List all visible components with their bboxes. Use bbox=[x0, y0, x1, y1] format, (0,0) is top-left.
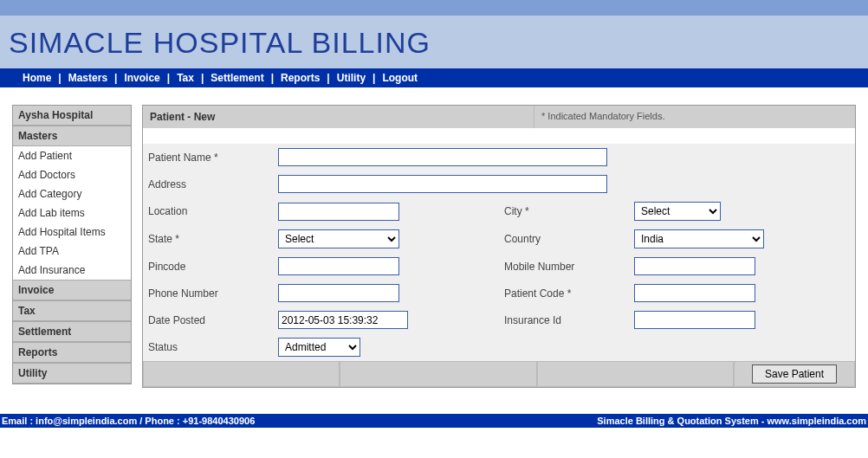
sidebar-section-invoice[interactable]: Invoice bbox=[13, 280, 131, 300]
sidebar-section-settlement[interactable]: Settlement bbox=[13, 321, 131, 342]
nav-home[interactable]: Home bbox=[17, 72, 56, 84]
patient-code-input[interactable] bbox=[634, 284, 755, 302]
label-pincode: Pincode bbox=[143, 253, 273, 280]
mandatory-note: * Indicated Mandatory Fields. bbox=[534, 106, 855, 128]
sidebar-item-add-insurance[interactable]: Add Insurance bbox=[13, 261, 131, 280]
empty-cell bbox=[629, 333, 855, 361]
spacer bbox=[143, 128, 855, 144]
nav-sep: | bbox=[371, 72, 377, 84]
main-panel: Patient - New * Indicated Mandatory Fiel… bbox=[142, 105, 856, 388]
main-nav: Home| Masters| Invoice| Tax| Settlement|… bbox=[0, 68, 868, 87]
label-patient-code: Patient Code * bbox=[499, 280, 629, 306]
empty-cell bbox=[499, 333, 629, 361]
city-select[interactable]: Select bbox=[634, 202, 721, 221]
pincode-input[interactable] bbox=[278, 257, 399, 275]
nav-sep: | bbox=[165, 72, 172, 84]
label-location: Location bbox=[143, 197, 273, 225]
nav-reports[interactable]: Reports bbox=[275, 72, 325, 84]
top-strip bbox=[0, 0, 868, 16]
sidebar-item-add-patient[interactable]: Add Patient bbox=[13, 146, 131, 165]
form-table: Patient Name * Address Location City * S… bbox=[143, 144, 855, 361]
nav-masters[interactable]: Masters bbox=[63, 72, 113, 84]
title-bar: SIMACLE HOSPITAL BILLING bbox=[0, 16, 868, 68]
date-posted-input[interactable] bbox=[278, 311, 408, 329]
panel-header: Patient - New * Indicated Mandatory Fiel… bbox=[143, 106, 855, 128]
label-status: Status bbox=[143, 333, 273, 361]
label-city: City * bbox=[499, 197, 629, 225]
insurance-id-input[interactable] bbox=[634, 311, 755, 329]
nav-utility[interactable]: Utility bbox=[332, 72, 371, 84]
label-state: State * bbox=[143, 225, 273, 253]
panel-title: Patient - New bbox=[143, 106, 534, 128]
content: Aysha Hospital Masters Add Patient Add D… bbox=[0, 87, 868, 414]
label-country: Country bbox=[499, 225, 629, 253]
patient-name-input[interactable] bbox=[278, 148, 607, 166]
nav-sep: | bbox=[325, 72, 331, 84]
nav-sep: | bbox=[113, 72, 119, 84]
location-input[interactable] bbox=[278, 203, 399, 221]
phone-input[interactable] bbox=[278, 284, 399, 302]
nav-tax[interactable]: Tax bbox=[172, 72, 199, 84]
footer-left: Email : info@simpleindia.com / Phone : +… bbox=[0, 416, 255, 426]
sidebar-item-add-doctors[interactable]: Add Doctors bbox=[13, 165, 131, 184]
address-input[interactable] bbox=[278, 175, 607, 193]
footer: Email : info@simpleindia.com / Phone : +… bbox=[0, 414, 868, 428]
button-row-cell-save: Save Patient bbox=[734, 361, 855, 387]
country-select[interactable]: India bbox=[634, 229, 764, 248]
sidebar-section-masters[interactable]: Masters bbox=[13, 126, 131, 146]
sidebar-item-add-hospital-items[interactable]: Add Hospital Items bbox=[13, 223, 131, 242]
sidebar-section-utility[interactable]: Utility bbox=[13, 363, 131, 384]
app-title: SIMACLE HOSPITAL BILLING bbox=[9, 26, 859, 60]
sidebar-item-add-lab-items[interactable]: Add Lab items bbox=[13, 203, 131, 223]
status-select[interactable]: Admitted bbox=[278, 338, 360, 357]
sidebar: Aysha Hospital Masters Add Patient Add D… bbox=[12, 105, 132, 384]
label-date-posted: Date Posted bbox=[143, 306, 273, 333]
sidebar-item-add-category[interactable]: Add Category bbox=[13, 184, 131, 203]
button-row-cell bbox=[340, 361, 536, 387]
button-row-cell bbox=[537, 361, 734, 387]
state-select[interactable]: Select bbox=[278, 229, 399, 248]
button-row: Save Patient bbox=[143, 361, 855, 387]
label-phone: Phone Number bbox=[143, 280, 273, 306]
sidebar-hospital: Aysha Hospital bbox=[13, 106, 131, 126]
button-row-cell bbox=[143, 361, 340, 387]
mobile-input[interactable] bbox=[634, 257, 755, 275]
sidebar-item-add-tpa[interactable]: Add TPA bbox=[13, 242, 131, 261]
save-patient-button[interactable]: Save Patient bbox=[752, 364, 837, 384]
sidebar-section-reports[interactable]: Reports bbox=[13, 342, 131, 363]
label-address: Address bbox=[143, 171, 273, 197]
nav-sep: | bbox=[56, 72, 62, 84]
label-patient-name: Patient Name * bbox=[143, 144, 273, 171]
nav-logout[interactable]: Logout bbox=[377, 72, 423, 84]
nav-settlement[interactable]: Settlement bbox=[205, 72, 269, 84]
sidebar-section-tax[interactable]: Tax bbox=[13, 300, 131, 321]
nav-invoice[interactable]: Invoice bbox=[119, 72, 165, 84]
footer-right: Simacle Billing & Quotation System - www… bbox=[597, 416, 868, 426]
label-mobile: Mobile Number bbox=[499, 253, 629, 280]
nav-sep: | bbox=[199, 72, 205, 84]
label-insurance-id: Insurance Id bbox=[499, 306, 629, 333]
nav-sep: | bbox=[269, 72, 275, 84]
